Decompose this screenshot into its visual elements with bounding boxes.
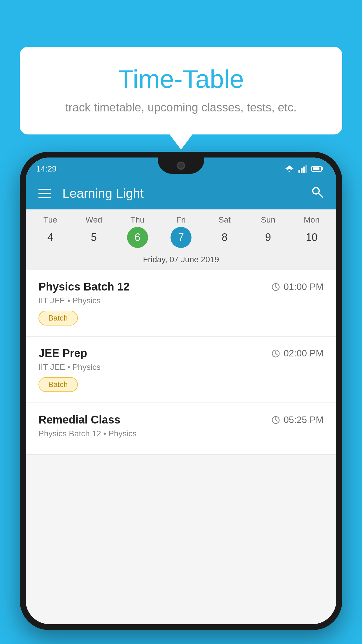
calendar-section: Tue4Wed5Thu6Fri7Sat8Sun9Mon10 Friday, 07… [26,209,336,270]
day-col-fri[interactable]: Fri7 [159,215,203,248]
week-days: Tue4Wed5Thu6Fri7Sat8Sun9Mon10 [26,209,336,251]
svg-rect-4 [305,165,307,173]
day-number: 8 [214,227,235,248]
time-text: 02:00 PM [284,348,324,359]
app-title: Learning Light [62,186,299,201]
svg-line-12 [276,354,277,355]
schedule-meta: IIT JEE • Physics [38,296,324,305]
schedule-time: 02:00 PM [271,348,324,359]
day-name: Fri [176,215,186,225]
svg-point-0 [289,171,290,172]
schedule-item[interactable]: Physics Batch 12 01:00 PM IIT JEE • Phys… [26,270,336,337]
day-number: 10 [301,227,322,248]
status-icons [284,165,322,173]
day-col-sun[interactable]: Sun9 [246,215,290,248]
svg-rect-3 [303,167,305,173]
search-icon[interactable] [311,186,324,201]
clock-icon [271,283,280,291]
battery-icon [311,166,322,172]
phone-mockup: 14:29 [20,152,342,630]
schedule-time: 05:25 PM [271,414,324,425]
batch-badge: Batch [38,311,78,326]
schedule-header: Remedial Class 05:25 PM [38,414,324,426]
bubble-title: Time-Table [43,64,319,94]
selected-date-label: Friday, 07 June 2019 [26,251,336,270]
day-number: 5 [83,227,104,248]
batch-badge: Batch [38,377,78,392]
day-name: Tue [43,215,57,225]
day-number: 9 [258,227,279,248]
schedule-item[interactable]: Remedial Class 05:25 PM Physics Batch 12… [26,403,336,455]
status-time: 14:29 [36,164,57,174]
signal-icon [298,165,307,173]
day-number: 6 [127,227,148,248]
phone-notch [158,158,204,174]
schedule-time: 01:00 PM [271,281,324,292]
speech-bubble: Time-Table track timetable, upcoming cla… [20,47,342,134]
bubble-subtitle: track timetable, upcoming classes, tests… [43,101,319,114]
clock-icon [271,416,280,424]
front-camera [177,162,185,170]
svg-rect-2 [301,168,303,173]
day-name: Sat [218,215,231,225]
day-col-tue[interactable]: Tue4 [29,215,72,248]
time-text: 01:00 PM [284,281,324,292]
schedule-name: Remedial Class [38,414,120,426]
svg-line-6 [318,193,322,197]
schedule-header: Physics Batch 12 01:00 PM [38,281,324,293]
clock-icon [271,349,280,358]
day-col-wed[interactable]: Wed5 [72,215,115,248]
schedule-name: Physics Batch 12 [38,281,130,293]
day-name: Mon [304,215,319,225]
schedule-meta: IIT JEE • Physics [38,363,324,372]
svg-line-9 [276,287,277,288]
schedule-item[interactable]: JEE Prep 02:00 PM IIT JEE • Physics Batc… [26,337,336,403]
app-bar: Learning Light [26,177,336,209]
speech-bubble-container: Time-Table track timetable, upcoming cla… [20,47,342,134]
day-number: 7 [171,227,191,248]
phone-outer: 14:29 [20,152,342,630]
schedule-header: JEE Prep 02:00 PM [38,347,324,360]
svg-line-15 [276,420,277,421]
wifi-icon [284,165,294,173]
day-col-thu[interactable]: Thu6 [116,215,159,248]
phone-inner: 14:29 [26,158,336,624]
day-name: Thu [130,215,144,225]
time-text: 05:25 PM [284,414,324,425]
day-col-sat[interactable]: Sat8 [203,215,246,248]
hamburger-menu-icon[interactable] [38,189,51,198]
schedule-list: Physics Batch 12 01:00 PM IIT JEE • Phys… [26,270,336,455]
schedule-meta: Physics Batch 12 • Physics [38,429,324,438]
day-name: Wed [86,215,102,225]
day-number: 4 [40,227,61,248]
day-name: Sun [261,215,275,225]
day-col-mon[interactable]: Mon10 [290,215,333,248]
schedule-name: JEE Prep [38,347,87,360]
svg-rect-1 [298,170,300,173]
